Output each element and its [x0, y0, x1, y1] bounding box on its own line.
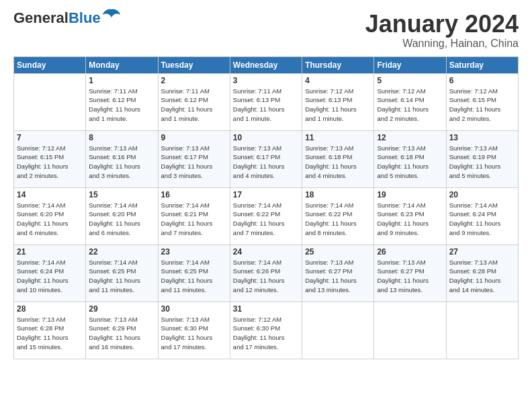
day-info: Sunrise: 7:14 AM Sunset: 6:24 PM Dayligh…	[17, 258, 83, 295]
week-row-2: 7Sunrise: 7:12 AM Sunset: 6:15 PM Daylig…	[14, 130, 519, 187]
day-number: 18	[305, 190, 371, 199]
header-row: SundayMondayTuesdayWednesdayThursdayFrid…	[14, 56, 519, 73]
day-number: 20	[449, 190, 515, 199]
day-cell: 6Sunrise: 7:12 AM Sunset: 6:15 PM Daylig…	[446, 73, 518, 130]
day-number: 2	[161, 76, 227, 85]
day-info: Sunrise: 7:13 AM Sunset: 6:17 PM Dayligh…	[233, 144, 299, 181]
day-number: 22	[89, 247, 154, 257]
day-info: Sunrise: 7:11 AM Sunset: 6:13 PM Dayligh…	[233, 87, 299, 124]
day-number: 9	[161, 133, 227, 142]
day-cell: 27Sunrise: 7:13 AM Sunset: 6:28 PM Dayli…	[446, 244, 518, 302]
day-cell: 11Sunrise: 7:13 AM Sunset: 6:18 PM Dayli…	[302, 130, 374, 187]
day-cell: 29Sunrise: 7:13 AM Sunset: 6:29 PM Dayli…	[86, 302, 158, 359]
day-cell: 24Sunrise: 7:14 AM Sunset: 6:26 PM Dayli…	[230, 244, 302, 302]
logo-blue: Blue	[69, 9, 101, 26]
day-number: 26	[377, 247, 443, 257]
day-info: Sunrise: 7:14 AM Sunset: 6:25 PM Dayligh…	[89, 258, 154, 295]
day-info: Sunrise: 7:14 AM Sunset: 6:22 PM Dayligh…	[305, 201, 371, 238]
day-number: 7	[17, 133, 83, 142]
day-header-sunday: Sunday	[14, 56, 86, 73]
day-cell: 20Sunrise: 7:14 AM Sunset: 6:24 PM Dayli…	[446, 187, 518, 244]
header: GeneralBlue January 2024 Wanning, Hainan…	[13, 11, 519, 50]
day-cell: 10Sunrise: 7:13 AM Sunset: 6:17 PM Dayli…	[230, 130, 302, 187]
day-cell: 2Sunrise: 7:11 AM Sunset: 6:12 PM Daylig…	[158, 73, 230, 130]
day-info: Sunrise: 7:13 AM Sunset: 6:27 PM Dayligh…	[305, 258, 371, 295]
week-row-3: 14Sunrise: 7:14 AM Sunset: 6:20 PM Dayli…	[14, 187, 519, 244]
day-cell: 3Sunrise: 7:11 AM Sunset: 6:13 PM Daylig…	[230, 73, 302, 130]
day-info: Sunrise: 7:13 AM Sunset: 6:17 PM Dayligh…	[161, 144, 227, 181]
day-cell: 31Sunrise: 7:12 AM Sunset: 6:30 PM Dayli…	[230, 302, 302, 359]
day-number: 6	[449, 76, 515, 85]
day-number: 29	[89, 304, 154, 314]
day-number: 31	[233, 304, 299, 314]
day-info: Sunrise: 7:14 AM Sunset: 6:20 PM Dayligh…	[89, 201, 154, 238]
day-info: Sunrise: 7:13 AM Sunset: 6:30 PM Dayligh…	[161, 315, 227, 352]
day-number: 25	[305, 247, 371, 257]
day-cell: 1Sunrise: 7:11 AM Sunset: 6:12 PM Daylig…	[86, 73, 158, 130]
day-info: Sunrise: 7:12 AM Sunset: 6:15 PM Dayligh…	[449, 87, 515, 124]
day-cell: 5Sunrise: 7:12 AM Sunset: 6:14 PM Daylig…	[374, 73, 446, 130]
day-cell: 14Sunrise: 7:14 AM Sunset: 6:20 PM Dayli…	[14, 187, 86, 244]
day-number: 11	[305, 133, 371, 142]
day-number: 19	[377, 190, 443, 199]
day-info: Sunrise: 7:13 AM Sunset: 6:19 PM Dayligh…	[449, 144, 515, 181]
day-header-thursday: Thursday	[302, 56, 374, 73]
day-info: Sunrise: 7:14 AM Sunset: 6:24 PM Dayligh…	[449, 201, 515, 238]
month-title: January 2024	[365, 11, 519, 38]
day-cell: 26Sunrise: 7:13 AM Sunset: 6:27 PM Dayli…	[374, 244, 446, 302]
day-number: 27	[449, 247, 515, 257]
day-cell: 22Sunrise: 7:14 AM Sunset: 6:25 PM Dayli…	[86, 244, 158, 302]
day-info: Sunrise: 7:14 AM Sunset: 6:20 PM Dayligh…	[17, 201, 83, 238]
day-cell: 23Sunrise: 7:14 AM Sunset: 6:25 PM Dayli…	[158, 244, 230, 302]
day-number: 17	[233, 190, 299, 199]
calendar-table: SundayMondayTuesdayWednesdayThursdayFrid…	[13, 56, 519, 359]
day-info: Sunrise: 7:11 AM Sunset: 6:12 PM Dayligh…	[161, 87, 227, 124]
day-cell: 4Sunrise: 7:12 AM Sunset: 6:13 PM Daylig…	[302, 73, 374, 130]
day-number: 1	[89, 76, 154, 85]
day-cell: 15Sunrise: 7:14 AM Sunset: 6:20 PM Dayli…	[86, 187, 158, 244]
day-number: 16	[161, 190, 227, 199]
day-cell	[374, 302, 446, 359]
day-cell: 17Sunrise: 7:14 AM Sunset: 6:22 PM Dayli…	[230, 187, 302, 244]
logo-text: GeneralBlue	[13, 11, 101, 26]
week-row-4: 21Sunrise: 7:14 AM Sunset: 6:24 PM Dayli…	[14, 244, 519, 302]
day-cell: 25Sunrise: 7:13 AM Sunset: 6:27 PM Dayli…	[302, 244, 374, 302]
day-number: 13	[449, 133, 515, 142]
day-info: Sunrise: 7:13 AM Sunset: 6:28 PM Dayligh…	[17, 315, 83, 352]
day-number: 28	[17, 304, 83, 314]
day-cell: 30Sunrise: 7:13 AM Sunset: 6:30 PM Dayli…	[158, 302, 230, 359]
week-row-1: 1Sunrise: 7:11 AM Sunset: 6:12 PM Daylig…	[14, 73, 519, 130]
day-cell	[446, 302, 518, 359]
day-cell	[14, 73, 86, 130]
day-cell: 18Sunrise: 7:14 AM Sunset: 6:22 PM Dayli…	[302, 187, 374, 244]
day-info: Sunrise: 7:12 AM Sunset: 6:30 PM Dayligh…	[233, 315, 299, 352]
title-block: January 2024 Wanning, Hainan, China	[365, 11, 519, 50]
day-info: Sunrise: 7:13 AM Sunset: 6:18 PM Dayligh…	[377, 144, 443, 181]
day-number: 5	[377, 76, 443, 85]
day-number: 30	[161, 304, 227, 314]
day-number: 4	[305, 76, 371, 85]
day-number: 14	[17, 190, 83, 199]
day-info: Sunrise: 7:13 AM Sunset: 6:18 PM Dayligh…	[305, 144, 371, 181]
day-info: Sunrise: 7:11 AM Sunset: 6:12 PM Dayligh…	[89, 87, 154, 124]
location: Wanning, Hainan, China	[365, 38, 519, 50]
day-cell: 13Sunrise: 7:13 AM Sunset: 6:19 PM Dayli…	[446, 130, 518, 187]
day-info: Sunrise: 7:14 AM Sunset: 6:22 PM Dayligh…	[233, 201, 299, 238]
day-info: Sunrise: 7:12 AM Sunset: 6:15 PM Dayligh…	[17, 144, 83, 181]
day-cell: 8Sunrise: 7:13 AM Sunset: 6:16 PM Daylig…	[86, 130, 158, 187]
day-info: Sunrise: 7:13 AM Sunset: 6:16 PM Dayligh…	[89, 144, 154, 181]
day-cell	[302, 302, 374, 359]
day-info: Sunrise: 7:12 AM Sunset: 6:13 PM Dayligh…	[305, 87, 371, 124]
day-cell: 19Sunrise: 7:14 AM Sunset: 6:23 PM Dayli…	[374, 187, 446, 244]
day-cell: 21Sunrise: 7:14 AM Sunset: 6:24 PM Dayli…	[14, 244, 86, 302]
day-cell: 9Sunrise: 7:13 AM Sunset: 6:17 PM Daylig…	[158, 130, 230, 187]
day-info: Sunrise: 7:12 AM Sunset: 6:14 PM Dayligh…	[377, 87, 443, 124]
day-info: Sunrise: 7:14 AM Sunset: 6:23 PM Dayligh…	[377, 201, 443, 238]
day-number: 12	[377, 133, 443, 142]
day-number: 24	[233, 247, 299, 257]
day-number: 8	[89, 133, 154, 142]
day-number: 21	[17, 247, 83, 257]
day-header-saturday: Saturday	[446, 56, 518, 73]
logo: GeneralBlue	[13, 11, 121, 26]
day-info: Sunrise: 7:13 AM Sunset: 6:29 PM Dayligh…	[89, 315, 154, 352]
